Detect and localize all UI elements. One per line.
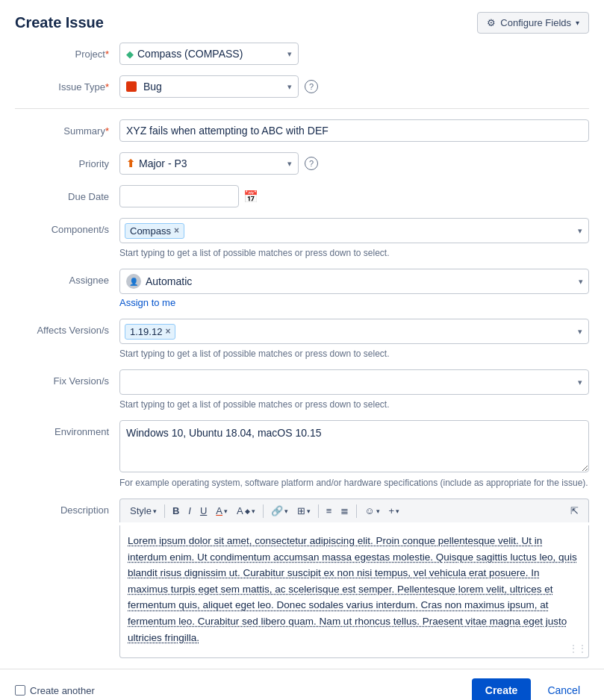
emoji-button[interactable]: ☺ ▾ [361,503,383,519]
assign-to-me-link[interactable]: Assign to me [119,297,589,308]
fix-versions-tag-input[interactable]: ▾ [119,369,589,395]
collapse-icon: ⇱ [570,505,579,516]
components-row: Component/s Compass × ▾ Start typing to … [15,218,589,258]
bug-icon [126,81,137,92]
summary-control [119,119,589,142]
issue-type-chevron-icon: ▾ [287,82,292,92]
style-label: Style [130,505,152,516]
project-chevron-icon: ▾ [287,49,292,59]
toolbar-separator-1 [164,504,165,518]
emoji-icon: ☺ [364,505,374,516]
priority-control: ⬆ Major - P3 ▾ ? [119,152,589,175]
affects-versions-chevron-icon: ▾ [578,327,582,337]
priority-select[interactable]: ⬆ Major - P3 ▾ [119,152,299,175]
project-select[interactable]: ◆ Compass (COMPASS) ▾ [119,43,299,65]
cancel-button[interactable]: Cancel [538,678,589,700]
affects-version-tag-label: 1.19.12 [130,326,162,337]
affects-versions-tag-input[interactable]: 1.19.12 × ▾ [119,319,589,344]
link-icon: 🔗 [271,505,283,516]
superscript-indicator: ◆ [245,507,250,515]
due-date-row: Due Date 📅 [15,185,589,207]
environment-textarea[interactable]: Windows 10, Ubuntu 18.04, macOS 10.15 [119,420,589,472]
summary-input[interactable] [119,119,589,142]
modal-header: Create Issue ⚙ Configure Fields ▾ [0,0,604,43]
more-options-button[interactable]: + ▾ [385,503,404,519]
issue-type-label: Issue Type* [15,75,119,94]
issue-type-value: Bug [143,81,162,93]
component-tag-compass: Compass × [125,223,184,239]
description-editor[interactable]: Lorem ipsum dolor sit amet, consectetur … [119,525,589,658]
component-tag-remove[interactable]: × [174,225,179,236]
issue-type-help-icon[interactable]: ? [305,80,318,93]
bold-button[interactable]: B [169,503,183,519]
affects-version-tag-remove[interactable]: × [165,326,170,337]
modal-title: Create Issue [15,14,104,31]
due-date-input[interactable] [119,185,239,207]
assignee-label: Assignee [15,269,119,287]
issue-type-row-inner: Bug ▾ ? [119,75,589,98]
affects-versions-label: Affects Version/s [15,319,119,337]
required-asterisk: * [105,125,109,137]
priority-row: Priority ⬆ Major - P3 ▾ ? [15,152,589,175]
link-chevron-icon: ▾ [284,507,288,515]
fix-versions-chevron-icon: ▾ [578,378,582,387]
affects-version-tag: 1.19.12 × [125,324,175,340]
font-format-button[interactable]: A ◆ ▾ [233,503,259,519]
link-button[interactable]: 🔗 ▾ [267,503,292,519]
issue-type-select[interactable]: Bug ▾ [119,75,299,98]
create-another-checkbox[interactable] [15,685,25,696]
more-options-icon: + [389,505,395,516]
priority-icon: ⬆ [126,157,135,169]
assignee-select-wrap: 👤 Automatic ▾ [119,269,589,294]
style-dropdown-button[interactable]: Style ▾ [126,503,161,519]
required-asterisk: * [105,81,109,93]
description-resize-handle[interactable]: ⋮⋮ [569,642,587,656]
priority-help-icon[interactable]: ? [305,157,318,170]
assignee-value: Automatic [146,275,192,287]
table-icon: ⊞ [297,505,305,516]
components-hint: Start typing to get a list of possible m… [119,248,589,258]
configure-fields-button[interactable]: ⚙ Configure Fields ▾ [477,12,589,34]
affects-versions-control: 1.19.12 × ▾ Start typing to get a list o… [119,319,589,359]
numbered-list-button[interactable]: ≣ [337,503,352,519]
issue-type-select-wrap: Bug ▾ [119,75,299,98]
project-control: ◆ Compass (COMPASS) ▾ [119,43,589,65]
components-label: Component/s [15,218,119,237]
italic-button[interactable]: I [184,503,195,519]
assignee-select[interactable]: 👤 Automatic ▾ [119,269,589,294]
components-control: Compass × ▾ Start typing to get a list o… [119,218,589,258]
components-chevron-icon: ▾ [578,226,582,236]
gear-icon: ⚙ [487,17,496,28]
text-color-label: A [216,505,222,516]
create-button[interactable]: Create [472,678,532,700]
toolbar-collapse-button[interactable]: ⇱ [567,503,582,519]
underline-button[interactable]: U [196,503,211,519]
modal-body: Project* ◆ Compass (COMPASS) ▾ Issue Typ… [0,43,604,669]
font-format-label: A [237,505,243,516]
assignee-avatar: 👤 [126,274,141,289]
assignee-chevron-icon: ▾ [579,277,583,287]
assignee-row: Assignee 👤 Automatic ▾ Assign to me [15,269,589,308]
project-value: Compass (COMPASS) [137,48,243,60]
text-color-chevron-icon: ▾ [224,507,228,515]
modal-footer: Create another Create Cancel [0,669,604,700]
due-date-control: 📅 [119,185,589,207]
environment-row: Environment Windows 10, Ubuntu 18.04, ma… [15,420,589,488]
project-label: Project* [15,43,119,61]
summary-row: Summary* [15,119,589,142]
calendar-icon[interactable]: 📅 [243,190,258,204]
component-tag-label: Compass [130,225,171,237]
text-color-button[interactable]: A ▾ [212,503,231,519]
bullet-list-button[interactable]: ≡ [323,503,336,519]
description-control: Style ▾ B I U A ▾ A ◆ ▾ [119,499,589,658]
table-button[interactable]: ⊞ ▾ [293,503,314,519]
environment-control: Windows 10, Ubuntu 18.04, macOS 10.15 Fo… [119,420,589,488]
font-format-chevron-icon: ▾ [252,507,255,515]
affects-versions-hint: Start typing to get a list of possible m… [119,349,589,359]
style-chevron-icon: ▾ [153,507,157,515]
assignee-control: 👤 Automatic ▾ Assign to me [119,269,589,308]
chevron-down-icon: ▾ [576,19,579,27]
components-tag-input[interactable]: Compass × ▾ [119,218,589,243]
create-another-label[interactable]: Create another [30,685,95,696]
priority-row-inner: ⬆ Major - P3 ▾ ? [119,152,589,175]
